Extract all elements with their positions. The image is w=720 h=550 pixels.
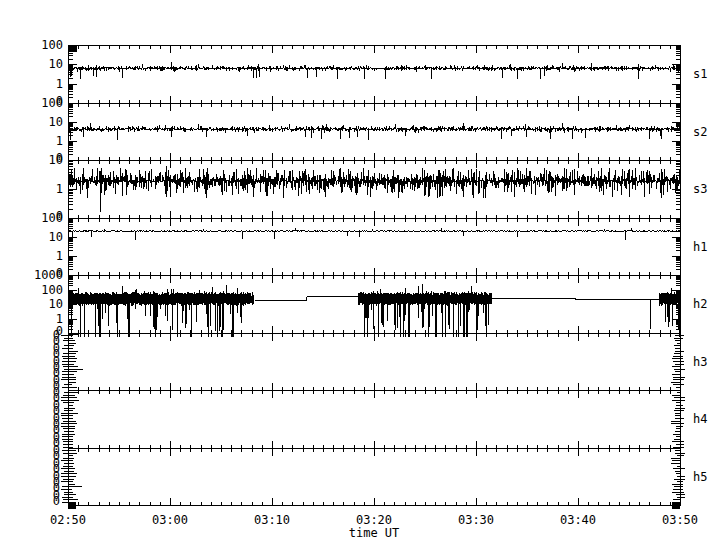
y-tick-label: 1000: [34, 268, 63, 282]
y-tick-label: 1: [56, 249, 63, 263]
channel-label-h1: h1: [693, 240, 707, 254]
x-tick-label: 03:10: [254, 513, 290, 527]
y-tick-label: 10: [49, 153, 63, 167]
y-tick-label: 10: [49, 230, 63, 244]
channel-label-h4: h4: [693, 412, 707, 426]
y-tick-label: 100: [41, 38, 63, 52]
channel-label-s1: s1: [693, 67, 707, 81]
y-tick-label: 10: [49, 57, 63, 71]
y-tick-label: 0: [53, 494, 60, 508]
channel-label-h3: h3: [693, 355, 707, 369]
channel-label-h2: h2: [693, 297, 707, 311]
channel-label-s3: s3: [693, 182, 707, 196]
y-tick-label: 100: [41, 283, 63, 297]
x-tick-label: 03:30: [458, 513, 494, 527]
channel-label-s2: s2: [693, 125, 707, 139]
y-tick-label: 1: [56, 182, 63, 196]
y-tick-label: 100: [41, 211, 63, 225]
x-tick-label: 02:50: [50, 513, 86, 527]
y-tick-label: 10: [49, 297, 63, 311]
channel-label-h5: h5: [693, 470, 707, 484]
x-tick-label: 03:50: [662, 513, 698, 527]
y-tick-label: 10: [49, 115, 63, 129]
x-tick-label: 03:20: [356, 513, 392, 527]
y-tick-label: 1: [56, 77, 63, 91]
y-tick-label: 100: [41, 96, 63, 110]
y-tick-label: 1: [56, 134, 63, 148]
x-tick-label: 03:40: [560, 513, 596, 527]
plot-area: 1001010s11001010s21010s31001010h11000100…: [0, 0, 720, 550]
x-axis-title: time UT: [68, 526, 680, 540]
x-tick-label: 03:00: [152, 513, 188, 527]
